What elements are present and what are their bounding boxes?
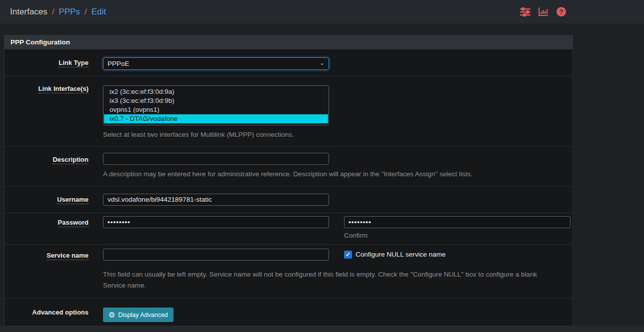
breadcrumb-interfaces[interactable]: Interfaces bbox=[10, 7, 48, 17]
link-type-label: Link Type bbox=[58, 59, 88, 67]
password-confirm-wrap: Confirm bbox=[344, 216, 570, 239]
link-type-select[interactable]: PPPoE bbox=[103, 57, 329, 70]
breadcrumb-edit[interactable]: Edit bbox=[92, 7, 106, 17]
configure-null-label: Configure NULL service name bbox=[356, 251, 446, 258]
breadcrumb-separator: / bbox=[84, 7, 87, 17]
row-service-name: Service name ✓ Configure NULL service na… bbox=[4, 244, 572, 299]
username-label: Username bbox=[57, 196, 88, 204]
row-username: Username bbox=[4, 186, 572, 213]
svg-text:?: ? bbox=[559, 8, 563, 15]
row-description: Description A description may be entered… bbox=[4, 146, 572, 186]
link-type-select-wrap: PPPoE ⌄ bbox=[103, 57, 329, 70]
gear-icon: ⚙ bbox=[108, 311, 115, 319]
panel-title: PPP Configuration bbox=[4, 35, 572, 49]
interface-option[interactable]: ix2 (3c:ec:ef:f3:0d:9a) bbox=[104, 87, 328, 96]
link-interfaces-multiselect[interactable]: ix2 (3c:ec:ef:f3:0d:9a) ix3 (3c:ec:ef:f3… bbox=[103, 85, 329, 125]
bar-chart-icon[interactable] bbox=[538, 7, 548, 17]
service-name-input[interactable] bbox=[103, 249, 329, 261]
interface-option[interactable]: ix0.7 - DTAG/vodafone bbox=[104, 114, 328, 123]
footer-strip bbox=[0, 326, 644, 332]
link-interfaces-label: Link Interface(s) bbox=[38, 85, 88, 93]
help-icon[interactable]: ? bbox=[556, 7, 566, 17]
display-advanced-button[interactable]: ⚙ Display Advanced bbox=[103, 308, 174, 322]
configure-null-checkbox[interactable]: ✓ bbox=[344, 251, 352, 259]
sliders-icon[interactable] bbox=[520, 7, 530, 17]
confirm-label: Confirm bbox=[344, 232, 570, 239]
row-password: Password Confirm bbox=[4, 213, 572, 244]
description-help: A description may be entered here for ad… bbox=[103, 169, 552, 180]
row-link-type: Link Type PPPoE ⌄ bbox=[4, 49, 572, 76]
service-name-label: Service name bbox=[46, 252, 88, 260]
breadcrumb-ppps[interactable]: PPPs bbox=[58, 7, 80, 17]
interface-option[interactable]: ovpns1 (ovpns1) bbox=[104, 105, 328, 114]
password-label: Password bbox=[58, 219, 88, 227]
navbar-icon-group: ? bbox=[520, 7, 566, 17]
breadcrumb-separator: / bbox=[52, 7, 54, 17]
ppp-configuration-panel: PPP Configuration Link Type PPPoE ⌄ Link… bbox=[4, 35, 573, 329]
password-input[interactable] bbox=[103, 216, 329, 228]
password-field-wrap bbox=[103, 216, 329, 228]
interface-option[interactable]: ix3 (3c:ec:ef:f3:0d:9b) bbox=[104, 96, 328, 105]
configure-null-checkbox-wrap[interactable]: ✓ Configure NULL service name bbox=[344, 251, 446, 259]
password-confirm-input[interactable] bbox=[344, 216, 570, 228]
breadcrumb: Interfaces / PPPs / Edit bbox=[10, 7, 106, 17]
link-interfaces-help: Select at least two interfaces for Multi… bbox=[103, 129, 552, 140]
service-name-help: This field can usually be left empty. Se… bbox=[103, 269, 552, 292]
display-advanced-label: Display Advanced bbox=[118, 312, 168, 319]
username-input[interactable] bbox=[103, 194, 329, 206]
row-advanced-options: Advanced options ⚙ Display Advanced bbox=[4, 298, 572, 328]
row-link-interfaces: Link Interface(s) ix2 (3c:ec:ef:f3:0d:9a… bbox=[4, 76, 572, 146]
advanced-options-label: Advanced options bbox=[32, 309, 88, 317]
description-label: Description bbox=[52, 156, 88, 164]
description-input[interactable] bbox=[103, 153, 329, 165]
top-navbar: Interfaces / PPPs / Edit bbox=[0, 0, 644, 23]
